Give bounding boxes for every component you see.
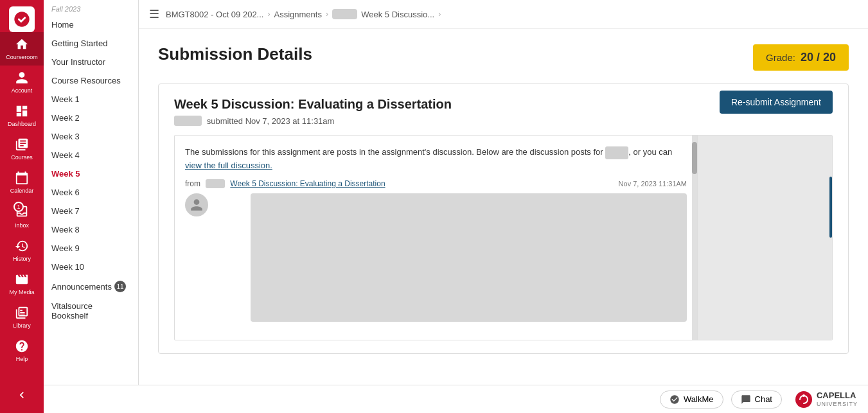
breadcrumb-sep-3: › (438, 10, 441, 19)
post-avatar (185, 193, 208, 216)
grade-box: Grade: 20 / 20 (753, 44, 849, 71)
submission-content: Submission Details Grade: 20 / 20 Week 5… (139, 29, 868, 413)
sidebar-item-courseroom[interactable]: Courseroom (0, 32, 44, 66)
walkme-icon (669, 394, 680, 405)
inbox-badge: 1 (13, 202, 24, 212)
sidebar-calendar-label: Calendar (10, 188, 34, 194)
posts-desc-text: The submissions for this assignment are … (185, 147, 603, 157)
from-label: from (185, 179, 200, 188)
content-area: ☰ BMGT8002 - Oct 09 202... › Assignments… (139, 0, 868, 413)
svg-point-1 (802, 394, 805, 397)
sidebar-history-label: History (13, 256, 31, 262)
nav-week-2[interactable]: Week 2 (44, 109, 138, 127)
sidebar-item-inbox[interactable]: 1 Inbox (0, 199, 44, 234)
breadcrumb: BMGT8002 - Oct 09 202... › Assignments ›… (166, 9, 441, 19)
breadcrumb-sep-1: › (267, 10, 270, 19)
breadcrumb-discussion[interactable]: Week 5 Discussio... (361, 10, 434, 19)
sidebar-dashboard-label: Dashboard (8, 121, 36, 127)
breadcrumb-assignments[interactable]: Assignments (274, 10, 321, 19)
sidebar-item-calendar[interactable]: Calendar (0, 166, 44, 199)
from-row: from Week 5 Discussion: Evaluating a Dis… (185, 179, 687, 188)
bottom-bar: WalkMe Chat CAPELLA UNIVERSITY (44, 385, 868, 413)
posts-right-panel (697, 136, 832, 340)
chat-icon (741, 394, 751, 405)
from-date: Nov 7, 2023 11:31AM (619, 180, 687, 188)
chat-button[interactable]: Chat (731, 391, 782, 409)
course-season: Fall 2023 (44, 0, 138, 15)
nav-week-7[interactable]: Week 7 (44, 202, 138, 220)
nav-week-4[interactable]: Week 4 (44, 146, 138, 164)
top-bar: ☰ BMGT8002 - Oct 09 202... › Assignments… (139, 0, 868, 29)
sidebar-mymedia-label: My Media (9, 289, 34, 295)
sidebar-item-library[interactable]: Library (0, 301, 44, 334)
sidebar-inbox-label: Inbox (15, 222, 29, 229)
page-title: Submission Details (158, 44, 312, 64)
nav-week-3[interactable]: Week 3 (44, 127, 138, 146)
breadcrumb-pill (332, 9, 357, 19)
from-name-pill (206, 179, 225, 188)
submitted-info: submitted Nov 7, 2023 at 11:31am (174, 116, 452, 126)
posts-name-pill (605, 146, 628, 159)
nav-vitalsource[interactable]: VitalsourceBookshelf (44, 297, 138, 325)
grade-value: 20 / 20 (801, 51, 836, 64)
posts-description: The submissions for this assignment are … (185, 146, 687, 171)
discussion-section: Week 5 Discussion: Evaluating a Disserta… (158, 83, 849, 354)
nav-home[interactable]: Home (44, 15, 138, 34)
sidebar-courseroom-label: Courseroom (6, 54, 38, 60)
rubric-bar (829, 177, 832, 238)
submitted-name (174, 116, 202, 126)
main-area: Fall 2023 Home Getting Started Your Inst… (44, 0, 868, 413)
sidebar-item-courses[interactable]: Courses (0, 132, 44, 166)
capella-logo: CAPELLA UNIVERSITY (795, 391, 858, 409)
scrollbar-track[interactable] (692, 136, 697, 340)
discussion-title: Week 5 Discussion: Evaluating a Disserta… (174, 97, 452, 112)
view-full-discussion-link[interactable]: view the full discussion. (185, 161, 272, 170)
svg-point-0 (795, 391, 812, 408)
from-discussion-link[interactable]: Week 5 Discussion: Evaluating a Disserta… (230, 179, 385, 188)
hamburger-menu[interactable]: ☰ (149, 7, 159, 21)
capella-logo-icon (795, 391, 813, 409)
walkme-label: WalkMe (684, 394, 713, 404)
resubmit-button[interactable]: Re-submit Assignment (720, 91, 833, 114)
announcements-badge: 11 (114, 281, 126, 292)
posts-left-panel[interactable]: The submissions for this assignment are … (175, 136, 697, 340)
courseroom-logo[interactable] (9, 6, 35, 32)
nav-course-resources[interactable]: Course Resources (44, 71, 138, 90)
sidebar-courses-label: Courses (11, 154, 33, 161)
sidebar-collapse-button[interactable] (0, 383, 44, 407)
course-navigation: Fall 2023 Home Getting Started Your Inst… (44, 0, 139, 413)
nav-getting-started[interactable]: Getting Started (44, 34, 138, 53)
submitted-text: submitted Nov 7, 2023 at 11:31am (207, 116, 335, 126)
breadcrumb-course[interactable]: BMGT8002 - Oct 09 202... (166, 10, 263, 19)
sidebar-account-label: Account (12, 87, 33, 94)
nav-week-8[interactable]: Week 8 (44, 220, 138, 239)
submission-header: Submission Details Grade: 20 / 20 (158, 44, 849, 71)
announcements-label: Announcements (51, 282, 112, 292)
sidebar-help-label: Help (16, 356, 28, 362)
sidebar-library-label: Library (13, 322, 31, 329)
capella-name: CAPELLA (817, 391, 858, 400)
sidebar-item-account[interactable]: Account (0, 66, 44, 99)
grade-label: Grade: (766, 52, 795, 63)
posts-container: The submissions for this assignment are … (174, 135, 833, 340)
nav-announcements[interactable]: Announcements 11 (44, 276, 138, 297)
nav-week-9[interactable]: Week 9 (44, 239, 138, 258)
sidebar: Courseroom Account Dashboard Courses Cal… (0, 0, 44, 413)
chat-label: Chat (755, 394, 772, 404)
nav-week-5[interactable]: Week 5 (44, 164, 138, 183)
nav-your-instructor[interactable]: Your Instructor (44, 53, 138, 71)
nav-week-1[interactable]: Week 1 (44, 90, 138, 109)
nav-week-6[interactable]: Week 6 (44, 183, 138, 202)
capella-sub: UNIVERSITY (817, 401, 858, 407)
walkme-button[interactable]: WalkMe (660, 391, 723, 409)
breadcrumb-sep-2: › (326, 10, 328, 19)
sidebar-item-my-media[interactable]: My Media (0, 267, 44, 301)
sidebar-item-dashboard[interactable]: Dashboard (0, 99, 44, 132)
scrollbar-thumb[interactable] (692, 142, 697, 174)
sidebar-item-help[interactable]: Help (0, 334, 44, 367)
sidebar-item-history[interactable]: History (0, 234, 44, 267)
post-body (251, 193, 687, 322)
nav-week-10[interactable]: Week 10 (44, 258, 138, 276)
